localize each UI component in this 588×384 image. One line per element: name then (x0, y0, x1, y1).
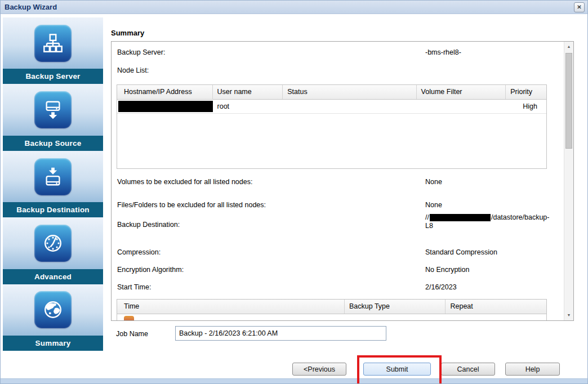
field-value: No Encryption (425, 266, 470, 274)
cell-hostname (117, 101, 213, 112)
sidebar-item-label: Backup Source (3, 136, 103, 151)
sidebar-item-label: Backup Destination (3, 202, 103, 217)
node-table: Hostname/IP Address User name Status Vol… (117, 84, 547, 169)
previous-button[interactable]: <Previous (292, 363, 346, 376)
clock-icon (34, 225, 72, 262)
sidebar-item-backup-destination[interactable]: Backup Destination (3, 151, 103, 217)
field-volumes-excluded: Volumes to be excluded for all listed no… (112, 178, 573, 188)
summary-panel: Backup Server: -bms-rhel8- Node List: Ho… (111, 41, 574, 321)
cancel-button[interactable]: Cancel (441, 363, 495, 376)
globe-icon (34, 291, 72, 328)
column-header-volume-filter[interactable]: Volume Filter (417, 85, 506, 99)
table-row[interactable]: root High (117, 100, 546, 114)
field-compression: Compression: Standard Compression (112, 248, 573, 258)
node-table-header: Hostname/IP Address User name Status Vol… (117, 85, 546, 100)
column-header-time[interactable]: Time (117, 300, 345, 314)
icon-cell (3, 217, 103, 269)
field-value: ///datastore/backup-L8 (425, 213, 560, 230)
sidebar: Backup Server Backup Source (3, 17, 103, 351)
sidebar-item-summary[interactable]: Summary (3, 284, 103, 351)
field-value: None (425, 178, 442, 186)
cell-priority: High (506, 102, 546, 110)
field-value: -bms-rhel8- (425, 48, 461, 56)
field-label: Backup Destination: (117, 221, 180, 229)
vertical-scrollbar[interactable]: ▲ ▼ (564, 42, 573, 320)
table-row (117, 314, 546, 321)
icon-cell (3, 17, 103, 69)
titlebar: Backup Wizard ✕ (1, 1, 587, 14)
field-start-time: Start Time: 2/16/2023 (112, 283, 573, 293)
field-backup-server: Backup Server: -bms-rhel8- (112, 48, 573, 59)
field-node-list: Node List: (112, 66, 573, 77)
field-label: Compression: (117, 248, 161, 256)
field-label: Volumes to be excluded for all listed no… (117, 178, 252, 186)
drive-download-icon (34, 91, 72, 128)
field-label: Encryption Algorithm: (117, 266, 184, 274)
field-encryption: Encryption Algorithm: No Encryption (112, 266, 573, 276)
submit-button[interactable]: Submit (363, 363, 431, 376)
column-header-repeat[interactable]: Repeat (446, 300, 546, 314)
field-backup-destination: Backup Destination: ///datastore/backup-… (112, 213, 573, 233)
field-value: Standard Compression (425, 248, 497, 256)
help-button[interactable]: Help (505, 363, 560, 376)
close-icon: ✕ (577, 4, 581, 10)
sidebar-item-label: Advanced (3, 269, 103, 284)
field-files-excluded: Files/Folders to be excluded for all lis… (112, 201, 573, 211)
sidebar-item-label: Summary (3, 336, 103, 351)
redacted-destination-host (430, 214, 491, 221)
column-header-backup-type[interactable]: Backup Type (345, 300, 446, 314)
field-value: None (425, 201, 442, 209)
column-header-hostname[interactable]: Hostname/IP Address (117, 85, 213, 99)
job-name-label: Job Name (116, 330, 148, 338)
schedule-clock-icon (124, 316, 134, 321)
redacted-hostname (118, 101, 213, 112)
column-header-username[interactable]: User name (213, 85, 283, 99)
scrollbar-thumb[interactable] (565, 53, 572, 149)
icon-cell (3, 284, 103, 336)
sidebar-item-backup-server[interactable]: Backup Server (3, 17, 103, 84)
destination-prefix: // (425, 213, 429, 221)
scroll-up-icon[interactable]: ▲ (564, 42, 573, 51)
sidebar-item-label: Backup Server (3, 69, 103, 84)
icon-cell (3, 84, 103, 135)
window-title: Backup Wizard (1, 3, 57, 11)
field-value: 2/16/2023 (425, 283, 457, 291)
schedule-table-header: Time Backup Type Repeat (117, 300, 546, 314)
icon-cell (3, 151, 103, 202)
sidebar-item-advanced[interactable]: Advanced (3, 217, 103, 284)
field-label: Node List: (117, 66, 149, 74)
cell-username: root (213, 102, 283, 110)
scroll-down-icon[interactable]: ▼ (564, 311, 573, 320)
backup-wizard-window: Backup Wizard ✕ (0, 0, 588, 384)
field-label: Backup Server: (117, 48, 165, 56)
field-label: Files/Folders to be excluded for all lis… (117, 201, 266, 209)
page-title: Summary (111, 29, 144, 37)
bottom-strip (1, 378, 587, 383)
column-header-status[interactable]: Status (283, 85, 416, 99)
schedule-table: Time Backup Type Repeat (117, 299, 547, 321)
job-name-input[interactable] (175, 326, 386, 341)
sidebar-item-backup-source[interactable]: Backup Source (3, 84, 103, 150)
column-header-priority[interactable]: Priority (506, 85, 546, 99)
destination-path-wrap: L8 (425, 222, 560, 230)
download-to-drive-icon (34, 158, 72, 195)
close-button[interactable]: ✕ (574, 2, 585, 12)
network-icon (34, 25, 72, 62)
field-label: Start Time: (117, 283, 151, 291)
destination-path: /datastore/backup- (491, 213, 550, 221)
